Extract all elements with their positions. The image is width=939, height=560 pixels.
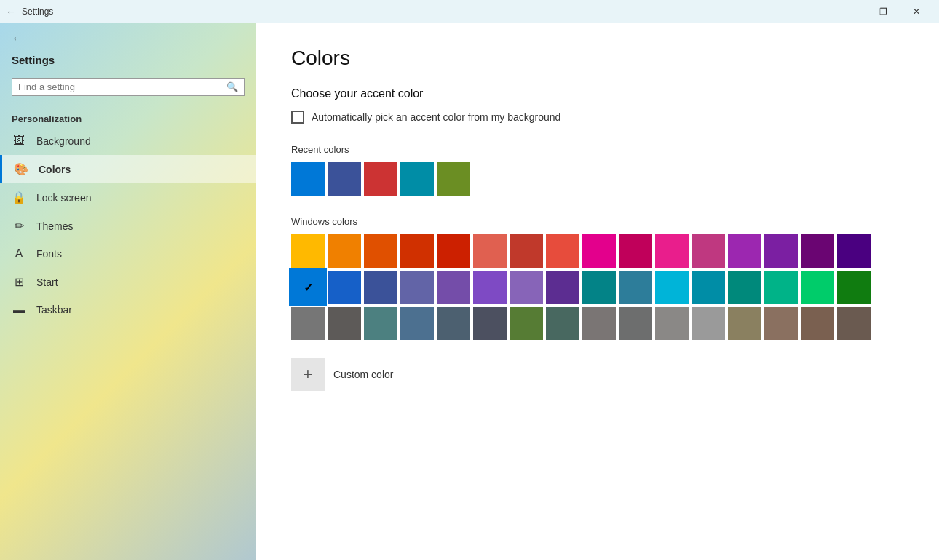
fonts-icon: A — [12, 247, 26, 260]
windows-color-swatch-23[interactable] — [546, 271, 579, 304]
back-icon: ← — [12, 32, 23, 45]
sidebar-item-start[interactable]: ⊞ Start — [0, 268, 256, 296]
auto-accent-checkbox[interactable] — [291, 111, 304, 124]
windows-color-swatch-36[interactable] — [437, 307, 470, 340]
sidebar-back-button[interactable]: ← — [0, 23, 256, 54]
windows-color-swatch-1[interactable] — [328, 234, 361, 268]
windows-color-swatch-38[interactable] — [510, 307, 543, 340]
themes-icon: ✏ — [12, 219, 26, 233]
windows-color-swatch-16[interactable]: ✓ — [291, 271, 325, 304]
windows-color-swatch-6[interactable] — [510, 234, 543, 268]
windows-colors-grid: ✓ — [291, 234, 904, 340]
start-icon: ⊞ — [12, 275, 26, 289]
sidebar-item-taskbar[interactable]: ▬ Taskbar — [0, 296, 256, 324]
windows-color-swatch-44[interactable] — [728, 307, 761, 340]
windows-color-swatch-25[interactable] — [619, 271, 652, 304]
windows-color-swatch-2[interactable] — [364, 234, 397, 268]
windows-color-swatch-29[interactable] — [764, 271, 798, 304]
windows-color-swatch-31[interactable] — [837, 271, 871, 304]
windows-color-swatch-27[interactable] — [692, 271, 725, 304]
accent-section-title: Choose your accent color — [291, 87, 904, 100]
sidebar-item-colors[interactable]: 🎨 Colors — [0, 155, 256, 183]
auto-accent-row: Automatically pick an accent color from … — [291, 111, 904, 124]
sidebar-nav: 🖼 Background 🎨 Colors 🔒 Lock screen ✏ Th… — [0, 127, 256, 324]
sidebar: ← Settings 🔍 Personalization 🖼 Backgroun… — [0, 23, 256, 560]
windows-color-swatch-3[interactable] — [400, 234, 434, 268]
windows-color-swatch-15[interactable] — [837, 234, 871, 268]
windows-color-swatch-22[interactable] — [510, 271, 543, 304]
windows-color-swatch-43[interactable] — [692, 307, 725, 340]
windows-color-swatch-4[interactable] — [437, 234, 470, 268]
close-button[interactable]: ✕ — [900, 0, 933, 23]
sidebar-label-lock-screen: Lock screen — [36, 192, 91, 204]
titlebar-left: ← Settings — [6, 6, 53, 17]
back-arrow-icon[interactable]: ← — [6, 6, 16, 17]
sidebar-label-themes: Themes — [36, 220, 74, 232]
windows-color-swatch-24[interactable] — [582, 271, 616, 304]
windows-color-swatch-40[interactable] — [582, 307, 616, 340]
recent-color-swatch-2[interactable] — [364, 162, 397, 196]
windows-color-swatch-14[interactable] — [801, 234, 834, 268]
sidebar-item-fonts[interactable]: A Fonts — [0, 240, 256, 268]
windows-colors-label: Windows colors — [291, 216, 904, 227]
lock-screen-icon: 🔒 — [12, 191, 26, 204]
windows-color-swatch-28[interactable] — [728, 271, 761, 304]
sidebar-label-fonts: Fonts — [36, 248, 62, 260]
colors-icon: 🎨 — [14, 162, 28, 176]
sidebar-item-background[interactable]: 🖼 Background — [0, 127, 256, 155]
search-box[interactable]: 🔍 — [12, 78, 245, 96]
minimize-button[interactable]: — — [833, 0, 866, 23]
sidebar-app-title: Settings — [0, 54, 256, 72]
recent-color-swatch-4[interactable] — [437, 162, 470, 196]
windows-color-swatch-42[interactable] — [655, 307, 689, 340]
windows-color-swatch-0[interactable] — [291, 234, 325, 268]
windows-color-swatch-11[interactable] — [692, 234, 725, 268]
custom-color-button[interactable]: + Custom color — [291, 358, 904, 391]
custom-color-plus-icon: + — [291, 358, 325, 391]
recent-color-swatch-1[interactable] — [328, 162, 361, 196]
search-input[interactable] — [18, 81, 226, 92]
windows-color-swatch-17[interactable] — [328, 271, 361, 304]
sidebar-label-background: Background — [36, 135, 91, 147]
windows-color-swatch-41[interactable] — [619, 307, 652, 340]
sidebar-label-colors: Colors — [39, 164, 71, 175]
selected-checkmark-icon: ✓ — [304, 281, 313, 295]
recent-colors-label: Recent colors — [291, 144, 904, 155]
sidebar-item-themes[interactable]: ✏ Themes — [0, 212, 256, 240]
windows-color-swatch-19[interactable] — [400, 271, 434, 304]
windows-color-swatch-37[interactable] — [473, 307, 507, 340]
windows-color-swatch-12[interactable] — [728, 234, 761, 268]
recent-color-swatch-0[interactable] — [291, 162, 325, 196]
background-icon: 🖼 — [12, 135, 26, 148]
sidebar-section-label: Personalization — [0, 108, 256, 127]
windows-color-swatch-34[interactable] — [364, 307, 397, 340]
maximize-button[interactable]: ❐ — [866, 0, 900, 23]
windows-color-swatch-10[interactable] — [655, 234, 689, 268]
windows-color-swatch-9[interactable] — [619, 234, 652, 268]
windows-color-swatch-46[interactable] — [801, 307, 834, 340]
windows-color-swatch-7[interactable] — [546, 234, 579, 268]
auto-accent-label[interactable]: Automatically pick an accent color from … — [312, 111, 560, 123]
sidebar-label-start: Start — [36, 276, 58, 288]
windows-color-swatch-21[interactable] — [473, 271, 507, 304]
windows-color-swatch-8[interactable] — [582, 234, 616, 268]
windows-color-swatch-33[interactable] — [328, 307, 361, 340]
windows-color-swatch-47[interactable] — [837, 307, 871, 340]
windows-color-swatch-18[interactable] — [364, 271, 397, 304]
page-title: Colors — [291, 47, 904, 70]
windows-color-swatch-20[interactable] — [437, 271, 470, 304]
custom-color-label: Custom color — [333, 369, 393, 380]
sidebar-item-lock-screen[interactable]: 🔒 Lock screen — [0, 183, 256, 212]
recent-colors-grid — [291, 162, 904, 196]
recent-color-swatch-3[interactable] — [400, 162, 434, 196]
windows-color-swatch-30[interactable] — [801, 271, 834, 304]
windows-color-swatch-26[interactable] — [655, 271, 689, 304]
windows-color-swatch-45[interactable] — [764, 307, 798, 340]
taskbar-icon: ▬ — [12, 303, 26, 316]
windows-color-swatch-32[interactable] — [291, 307, 325, 340]
windows-color-swatch-5[interactable] — [473, 234, 507, 268]
windows-color-swatch-39[interactable] — [546, 307, 579, 340]
windows-color-swatch-35[interactable] — [400, 307, 434, 340]
titlebar-title: Settings — [22, 7, 53, 17]
windows-color-swatch-13[interactable] — [764, 234, 798, 268]
